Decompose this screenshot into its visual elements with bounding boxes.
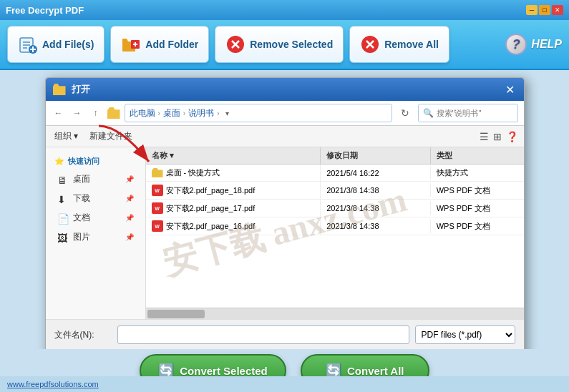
dialog-second-toolbar: 组织 ▾ 新建文件夹 ☰ ⊞ ❓ xyxy=(46,126,524,147)
nav-item-pictures-label: 图片 xyxy=(73,231,90,243)
search-icon: 🔍 xyxy=(423,108,434,118)
pdf-icon: W xyxy=(152,220,163,232)
dialog-overlay: 打开 ✕ ← → ↑ 此电脑 › 桌面 › 说明书 › ▾ ↻ xyxy=(0,70,569,392)
documents-icon: 📄 xyxy=(57,213,69,223)
file-cell-type: WPS PDF 文档 xyxy=(431,218,524,235)
filename-input[interactable] xyxy=(117,325,409,344)
file-cell-type: WPS PDF 文档 xyxy=(431,200,524,217)
documents-pin-icon: 📌 xyxy=(125,214,134,222)
dialog-toolbar-right: ☰ ⊞ ❓ xyxy=(480,131,518,142)
address-bar: ← → ↑ 此电脑 › 桌面 › 说明书 › ▾ ↻ 🔍 xyxy=(46,101,524,126)
convert-selected-label: Convert Selected xyxy=(180,365,268,377)
title-bar: Free Decrypt PDF ─ □ ✕ xyxy=(0,0,569,20)
add-folder-label: Add Folder xyxy=(145,39,198,50)
window-controls: ─ □ ✕ xyxy=(526,5,563,15)
horizontal-scrollbar[interactable] xyxy=(146,308,524,319)
filename-row: 文件名(N): PDF files (*.pdf) xyxy=(54,325,515,344)
breadcrumb-bar: 此电脑 › 桌面 › 说明书 › ▾ xyxy=(125,104,392,122)
organize-button[interactable]: 组织 ▾ xyxy=(52,129,81,144)
left-nav: ⭐ 快速访问 🖥 桌面 📌 ⬇ 下载 📌 📄 xyxy=(46,147,146,319)
pdf-icon: W xyxy=(152,202,163,214)
table-row[interactable]: W 安下载2.pdf_page_16.pdf 2021/3/8 14:38 WP… xyxy=(146,217,524,235)
view-details-button[interactable]: ⊞ xyxy=(493,131,502,142)
col-type-header: 类型 xyxy=(431,147,524,164)
file-name: 桌面 - 快捷方式 xyxy=(166,167,220,178)
add-files-button[interactable]: Add File(s) xyxy=(7,26,104,63)
file-list-container: 名称 ▾ 修改日期 类型 桌面 - 快捷方式 2021/5/4 16:22 快捷… xyxy=(146,147,524,319)
file-cell-type: 快捷方式 xyxy=(431,165,524,181)
file-cell-type: WPS PDF 文档 xyxy=(431,182,524,199)
file-cell-name: W 安下载2.pdf_page_16.pdf xyxy=(146,217,321,235)
file-cell-date: 2021/3/8 14:38 xyxy=(321,183,431,197)
file-cell-name: W 安下载2.pdf_page_17.pdf xyxy=(146,200,321,217)
file-cell-name: 桌面 - 快捷方式 xyxy=(146,165,321,181)
file-cell-date: 2021/3/8 14:38 xyxy=(321,201,431,215)
dialog-close-button[interactable]: ✕ xyxy=(504,83,517,96)
dialog-body: ⭐ 快速访问 🖥 桌面 📌 ⬇ 下载 📌 📄 xyxy=(46,147,524,319)
help-label: HELP xyxy=(531,38,562,51)
file-name: 安下载2.pdf_page_18.pdf xyxy=(166,185,256,196)
filename-label: 文件名(N): xyxy=(54,329,112,341)
main-area: 打开 ✕ ← → ↑ 此电脑 › 桌面 › 说明书 › ▾ ↻ xyxy=(0,70,569,392)
table-row[interactable]: W 安下载2.pdf_page_17.pdf 2021/3/8 14:38 WP… xyxy=(146,200,524,217)
nav-up-button[interactable]: ↑ xyxy=(89,106,103,120)
file-cell-name: W 安下载2.pdf_page_18.pdf xyxy=(146,182,321,199)
dialog-folder-icon xyxy=(53,84,66,95)
add-files-label: Add File(s) xyxy=(42,39,94,50)
file-cell-date: 2021/3/8 14:38 xyxy=(321,219,431,233)
nav-item-download-label: 下载 xyxy=(73,192,90,205)
help-small-button[interactable]: ❓ xyxy=(506,131,518,142)
maximize-button[interactable]: □ xyxy=(539,5,550,15)
nav-item-pictures[interactable]: 🖼 图片 📌 xyxy=(46,227,145,247)
remove-all-label: Remove All xyxy=(384,39,439,50)
add-files-icon xyxy=(18,34,38,54)
dialog-title-bar: 打开 ✕ xyxy=(46,78,524,101)
search-bar: 🔍 xyxy=(418,104,518,122)
help-icon: ? xyxy=(505,34,527,55)
nav-item-desktop[interactable]: 🖥 桌面 📌 xyxy=(46,170,145,189)
website-link[interactable]: www.freepdfsolutions.com xyxy=(7,380,99,388)
close-button[interactable]: ✕ xyxy=(552,5,563,15)
search-input[interactable] xyxy=(437,109,508,117)
file-name: 安下载2.pdf_page_16.pdf xyxy=(166,221,256,232)
dialog-title: 打开 xyxy=(72,83,90,96)
desktop-pin-icon: 📌 xyxy=(125,175,134,183)
remove-selected-icon xyxy=(225,34,245,54)
quick-access-group[interactable]: ⭐ 快速访问 xyxy=(46,153,145,170)
pictures-icon: 🖼 xyxy=(57,232,69,242)
new-folder-button[interactable]: 新建文件夹 xyxy=(87,129,135,144)
file-open-dialog: 打开 ✕ ← → ↑ 此电脑 › 桌面 › 说明书 › ▾ ↻ xyxy=(45,77,525,377)
nav-back-button[interactable]: ← xyxy=(52,106,66,120)
remove-selected-button[interactable]: Remove Selected xyxy=(215,26,344,63)
table-row[interactable]: W 安下载2.pdf_page_18.pdf 2021/3/8 14:38 WP… xyxy=(146,182,524,200)
breadcrumb-level1[interactable]: 桌面 xyxy=(163,107,180,119)
minimize-button[interactable]: ─ xyxy=(526,5,538,15)
file-list: 名称 ▾ 修改日期 类型 桌面 - 快捷方式 2021/5/4 16:22 快捷… xyxy=(146,147,524,308)
quick-access-label: 快速访问 xyxy=(68,156,99,167)
view-list-button[interactable]: ☰ xyxy=(480,131,489,142)
pdf-icon: W xyxy=(152,185,163,196)
nav-item-download[interactable]: ⬇ 下载 📌 xyxy=(46,189,145,208)
breadcrumb-root[interactable]: 此电脑 xyxy=(130,107,155,119)
table-row[interactable]: 桌面 - 快捷方式 2021/5/4 16:22 快捷方式 xyxy=(146,165,524,182)
nav-item-documents-label: 文档 xyxy=(73,212,90,224)
refresh-button[interactable]: ↻ xyxy=(397,104,414,122)
breadcrumb-dropdown[interactable]: ▾ xyxy=(225,109,229,117)
filetype-select[interactable]: PDF files (*.pdf) xyxy=(415,325,515,344)
col-date-header: 修改日期 xyxy=(321,147,431,164)
breadcrumb-level2[interactable]: 说明书 xyxy=(188,107,214,119)
folder-icon xyxy=(152,168,163,177)
dialog-title-content: 打开 xyxy=(53,83,90,96)
file-name: 安下载2.pdf_page_17.pdf xyxy=(166,203,256,214)
nav-forward-button[interactable]: → xyxy=(70,106,84,120)
help-button[interactable]: ? HELP xyxy=(505,34,562,55)
remove-all-button[interactable]: Remove All xyxy=(349,26,449,63)
add-folder-icon xyxy=(121,34,141,54)
breadcrumb-folder-icon xyxy=(107,107,120,119)
download-icon: ⬇ xyxy=(57,194,69,204)
file-list-header: 名称 ▾ 修改日期 类型 xyxy=(146,147,524,165)
add-folder-button[interactable]: Add Folder xyxy=(110,26,209,63)
remove-all-icon xyxy=(360,34,380,54)
nav-item-documents[interactable]: 📄 文档 📌 xyxy=(46,208,145,227)
scroll-thumb[interactable] xyxy=(147,310,205,318)
